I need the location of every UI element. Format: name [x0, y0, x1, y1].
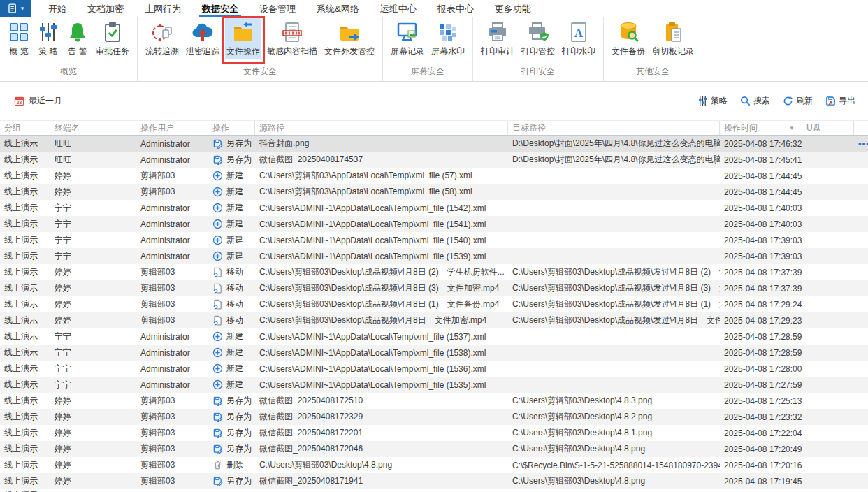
operation-label: 新建 [226, 234, 243, 246]
cell-source: 微信截图_20250408172201 [255, 425, 508, 441]
cell-op: 另存为 [208, 393, 255, 409]
column-header-label: 操作用户 [140, 122, 174, 134]
tab-home[interactable]: 开始 [38, 0, 77, 17]
ribbon-item-leak-trace[interactable]: 泄密追踪 [185, 18, 221, 59]
cell-user: Administrator [136, 152, 208, 168]
cell-time: 2025-04-08 17:20:16 [720, 457, 802, 473]
table-row[interactable]: 线上演示宁宁Administrator新建C:\Users\ADMINI~1\A… [0, 248, 868, 264]
ribbon-group-items: 屏幕记录屏幕水印 [387, 18, 468, 64]
ribbon-item-flow-trace[interactable]: 流转追溯 [144, 18, 180, 59]
ribbon-item-content-scan[interactable]: 敏感内容扫描 [266, 18, 319, 59]
time-filter-dropdown-icon[interactable]: ▼ [789, 125, 797, 131]
app-menu-button[interactable]: ▾ [0, 0, 31, 17]
table-row[interactable]: 线上演示婷婷剪辑部03另存为微信截图_20250408172510C:\User… [0, 393, 868, 409]
saveas-operation-icon [212, 412, 223, 422]
table-row[interactable]: 线上演示婷婷剪辑部03移动C:\Users\剪辑部03\Desktop\成品视频… [0, 264, 868, 280]
operation-label: 另存为 [226, 475, 252, 487]
cell-group: 线上演示 [0, 328, 50, 345]
ribbon-item-screen-record[interactable]: 屏幕记录 [389, 18, 426, 59]
table-row[interactable]: 线上演示婷婷剪辑部03另存为微信截图_20250408171941C:\User… [0, 473, 868, 489]
table-row[interactable]: 线上演示旺旺Administrator另存为微信截图_2025040817453… [0, 152, 868, 168]
ribbon-item-print-audit[interactable]: 打印审计 [479, 18, 516, 59]
tab-report-center[interactable]: 报表中心 [427, 0, 484, 17]
ribbon-item-overview[interactable]: 概 览 [6, 18, 31, 59]
cell-filler [854, 280, 868, 296]
tab-doc-encrypt[interactable]: 文档加密 [77, 0, 134, 17]
cell-group: 线上演示 [0, 168, 50, 184]
tab-ops-center[interactable]: 运维中心 [370, 0, 427, 17]
table-row[interactable]: 线上演示婷婷剪辑部03移动C:\Users\剪辑部03\Desktop\成品视频… [0, 312, 868, 328]
cell-usb [802, 232, 854, 248]
cell-usb [802, 473, 854, 489]
cell-terminal: 宁宁 [50, 200, 136, 216]
ribbon-item-file-operation[interactable]: 文件操作 [225, 18, 261, 59]
column-header-user: 操作用户 [136, 121, 208, 135]
table-row[interactable]: 线上演示宁宁Administrator新建C:\Users\ADMINI~1\A… [0, 216, 868, 232]
table-row[interactable]: 线上演示宁宁Administrator新建C:\Users\ADMINI~1\A… [0, 361, 868, 377]
cell-user: Administrator [136, 328, 208, 345]
table-row[interactable]: 线上演示宁宁Administrator新建C:\Users\ADMINI~1\A… [0, 232, 868, 248]
table-row[interactable]: 线上演示婷婷剪辑部03移动C:\Users\剪辑部03\Desktop\成品视频… [0, 280, 868, 296]
cell-op: 新建 [208, 377, 255, 393]
table-row[interactable]: 线上演示婷婷剪辑部03新建C:\Users\剪辑部03\AppData\Loca… [0, 168, 868, 184]
cell-usb [802, 136, 854, 152]
cell-op: 移动 [208, 280, 255, 296]
cell-user: 剪辑部03 [136, 168, 208, 184]
column-header-target: 目标路径 [508, 121, 720, 135]
table-row[interactable]: 线上演示 [0, 489, 868, 492]
ribbon-item-print-watermark[interactable]: A打印水印 [560, 18, 597, 59]
search-button[interactable]: 搜索 [740, 95, 770, 107]
ribbon-item-alarm[interactable]: 告 警 [65, 18, 90, 59]
cell-op: 新建 [208, 232, 255, 248]
cell-user: 剪辑部03 [136, 393, 208, 409]
table-row[interactable]: 线上演示婷婷剪辑部03另存为微信截图_20250408172201C:\User… [0, 425, 868, 441]
cell-usb [802, 312, 854, 328]
screen-record-icon [396, 21, 419, 43]
cell-user: 剪辑部03 [136, 312, 208, 328]
ribbon-item-print-control[interactable]: 打印管控 [520, 18, 556, 59]
tab-device-mgmt[interactable]: 设备管理 [249, 0, 306, 17]
cell-target: C:\$Recycle.Bin\S-1-5-21-525888014-15481… [508, 457, 720, 473]
ribbon-tab-bar: ▾ 开始文档加密上网行为数据安全设备管理系统&网络运维中心报表中心更多功能 [0, 0, 868, 17]
cell-user: Administrator [136, 377, 208, 393]
table-row[interactable]: 线上演示婷婷剪辑部03移动C:\Users\剪辑部03\Desktop\成品视频… [0, 296, 868, 312]
cell-usb [802, 248, 854, 264]
table-row[interactable]: 线上演示宁宁Administrator新建C:\Users\ADMINI~1\A… [0, 200, 868, 216]
tab-data-security[interactable]: 数据安全 [191, 0, 249, 17]
ribbon-item-clipboard-record[interactable]: 剪切板记录 [651, 18, 695, 59]
refresh-button[interactable]: 刷新 [783, 95, 813, 107]
date-range-filter[interactable]: 23 最近一月 [14, 95, 62, 107]
row-more-actions-button[interactable]: ••• [858, 139, 868, 148]
cell-op: 移动 [208, 296, 255, 312]
ribbon-group-label: 概览 [4, 64, 133, 81]
cell-time: 2025-04-08 17:28:00 [720, 361, 802, 377]
table-row[interactable]: 线上演示宁宁Administrator新建C:\Users\ADMINI~1\A… [0, 328, 868, 345]
ribbon-group-items: 概 览策 略告 警审批任务 [4, 18, 133, 64]
cell-user: 剪辑部03 [136, 296, 208, 312]
export-button[interactable]: 导出 [825, 95, 855, 107]
table-row[interactable]: 线上演示婷婷剪辑部03另存为微信截图_20250408172329C:\User… [0, 409, 868, 425]
table-row[interactable]: 线上演示旺旺Administrator另存为抖音封面.pngD:\Desktop… [0, 136, 868, 152]
table-row[interactable]: 线上演示婷婷剪辑部03删除C:\Users\剪辑部03\Desktop\4.8.… [0, 457, 868, 473]
tab-web-behavior[interactable]: 上网行为 [134, 0, 191, 17]
table-row[interactable]: 线上演示宁宁Administrator新建C:\Users\ADMINI~1\A… [0, 345, 868, 361]
ribbon-item-policy[interactable]: 策 略 [36, 18, 61, 59]
table-row[interactable]: 线上演示宁宁Administrator新建C:\Users\ADMINI~1\A… [0, 377, 868, 393]
table-row[interactable]: 线上演示婷婷剪辑部03新建C:\Users\剪辑部03\AppData\Loca… [0, 184, 868, 200]
tab-system-network[interactable]: 系统&网络 [306, 0, 370, 17]
ribbon-item-approval-task[interactable]: 审批任务 [94, 18, 131, 59]
policy-icon [37, 21, 59, 43]
cell-user: Administrator [136, 216, 208, 232]
ribbon-item-file-outgoing[interactable]: 文件外发管控 [323, 18, 376, 59]
cell-terminal: 宁宁 [50, 345, 136, 361]
policy-button[interactable]: 策略 [697, 95, 728, 107]
cell-op: 另存为 [208, 441, 255, 457]
cell-usb [802, 328, 854, 345]
cell-target [508, 168, 720, 184]
table-row[interactable]: 线上演示婷婷剪辑部03另存为微信截图_20250408172046C:\User… [0, 441, 868, 457]
saveas-operation-icon [212, 138, 223, 149]
tab-more-features[interactable]: 更多功能 [484, 0, 542, 17]
ribbon-item-file-backup[interactable]: 文件备份 [610, 18, 646, 59]
ribbon-item-screen-watermark[interactable]: 屏幕水印 [430, 18, 466, 59]
cell-target: C:\Users\剪辑部03\Desktop\4.8.1.png [508, 425, 720, 441]
